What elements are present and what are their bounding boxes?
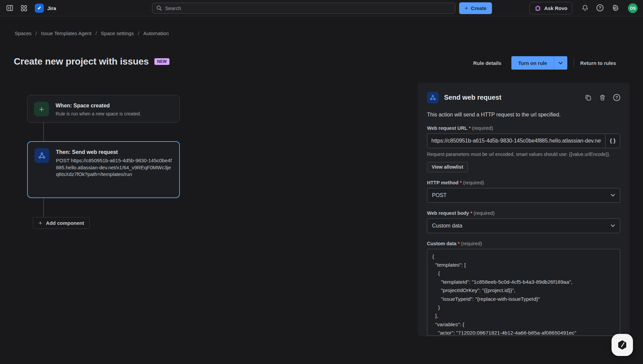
action-card-title: Then: Send web request: [56, 149, 172, 155]
web-request-body-value: Custom data: [432, 223, 462, 229]
page-title: Create new project with issues: [14, 56, 149, 67]
help-icon[interactable]: ?: [596, 4, 603, 11]
url-helper-text: Request parameters must be url encoded, …: [427, 151, 616, 158]
webhook-icon: [427, 92, 439, 103]
help-icon[interactable]: ?: [613, 94, 620, 101]
breadcrumb-space-settings[interactable]: Space settings: [101, 30, 134, 36]
new-badge: NEW: [154, 58, 169, 65]
http-method-value: POST: [432, 192, 447, 198]
web-request-url-input[interactable]: [427, 133, 605, 148]
custom-data-label: Custom data * (required): [427, 241, 620, 246]
required-star: *: [469, 125, 471, 131]
turn-on-rule-button[interactable]: Turn on rule: [511, 56, 554, 70]
create-button[interactable]: + Create: [459, 2, 492, 14]
chevron-down-icon: [611, 224, 615, 227]
web-request-body-label: Web request body * (required): [427, 210, 620, 216]
webhook-icon: [34, 148, 49, 163]
flow-connector: [43, 123, 44, 141]
breadcrumb-separator: /: [95, 30, 97, 36]
view-allowlist-button[interactable]: View allowlist: [427, 162, 468, 172]
flow-connector: [43, 198, 44, 217]
required-star: *: [460, 180, 462, 185]
action-card-description: POST https://c850951b-a615-4d5b-9830-145…: [56, 157, 172, 178]
smart-values-braces-button[interactable]: { }: [605, 133, 620, 148]
top-navbar: Jira Search + Create Ask R: [0, 0, 643, 16]
ask-rovo-button[interactable]: Ask Rovo: [529, 2, 572, 14]
rovo-logo-icon: [534, 5, 541, 12]
action-config-panel: Send web request ? This action will send…: [418, 83, 630, 336]
app-switcher-icon[interactable]: [18, 2, 29, 14]
http-method-select[interactable]: POST: [427, 188, 620, 203]
trigger-card-title: When: Space created: [56, 103, 141, 109]
panel-title: Send web request: [444, 94, 501, 101]
add-component-button[interactable]: + Add component: [33, 217, 90, 229]
assistant-floating-button[interactable]: [612, 334, 633, 356]
user-avatar[interactable]: OS: [628, 3, 638, 13]
plus-icon: +: [39, 219, 42, 227]
sidebar-toggle-icon[interactable]: [4, 2, 15, 14]
web-request-body-select[interactable]: Custom data: [427, 218, 620, 233]
breadcrumb-automation[interactable]: Automation: [143, 30, 169, 36]
search-placeholder: Search: [165, 5, 181, 11]
trigger-plus-icon: +: [34, 102, 49, 116]
breadcrumb-spaces[interactable]: Spaces: [15, 30, 31, 36]
custom-data-textarea[interactable]: { "templates": [ { "templateId": "1c858e…: [427, 249, 620, 336]
breadcrumb-space-name[interactable]: Issue Templates Agent: [41, 30, 91, 36]
breadcrumb: Spaces / Issue Templates Agent / Space s…: [15, 30, 169, 36]
required-star: *: [458, 241, 460, 246]
rule-details-button[interactable]: Rule details: [467, 60, 507, 66]
chevron-down-icon: [611, 194, 615, 197]
breadcrumb-separator: /: [35, 30, 37, 36]
chevron-down-icon: [558, 62, 563, 65]
return-to-rules-button[interactable]: Return to rules: [580, 60, 616, 66]
trigger-card-space-created[interactable]: + When: Space created Rule is run when a…: [27, 95, 180, 123]
hexagon-logo-icon: [617, 340, 627, 350]
delete-trash-icon[interactable]: [599, 94, 606, 101]
settings-gear-icon[interactable]: [612, 4, 619, 12]
web-request-url-label: Web request URL * (required): [427, 125, 620, 131]
required-star: *: [470, 210, 472, 216]
plus-icon: +: [465, 5, 468, 12]
app-title: Jira: [47, 5, 56, 11]
trigger-card-description: Rule is run when a new space is created.: [56, 111, 141, 116]
action-card-send-web-request[interactable]: Then: Send web request POST https://c850…: [27, 141, 180, 198]
jira-home-link[interactable]: Jira: [35, 4, 56, 13]
http-method-label: HTTP method * (required): [427, 180, 620, 185]
notifications-bell-icon[interactable]: [581, 4, 589, 12]
turn-on-rule-dropdown-button[interactable]: [554, 56, 567, 70]
divider: [574, 59, 574, 67]
jira-logo-icon: [35, 4, 44, 13]
search-input[interactable]: Search: [152, 3, 455, 14]
breadcrumb-separator: /: [138, 30, 139, 36]
search-icon: [156, 5, 162, 11]
panel-description: This action will send a HTTP request to …: [427, 112, 620, 118]
turn-on-rule-split-button: Turn on rule: [511, 56, 567, 70]
duplicate-icon[interactable]: [585, 94, 592, 101]
